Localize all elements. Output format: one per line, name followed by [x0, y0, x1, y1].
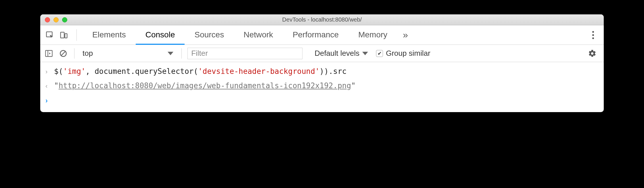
- context-label: top: [83, 49, 93, 58]
- levels-label: Default levels: [315, 49, 359, 58]
- chevron-down-icon: [362, 52, 368, 55]
- console-output-line: ‹ "http://localhost:8080/web/images/web-…: [40, 79, 604, 93]
- traffic-lights: [40, 17, 67, 22]
- svg-rect-2: [65, 34, 67, 38]
- panel-tabs: Elements Console Sources Network Perform…: [83, 25, 414, 45]
- tab-elements[interactable]: Elements: [83, 26, 136, 45]
- svg-line-6: [61, 51, 65, 55]
- checkbox-icon: ✔: [376, 50, 383, 57]
- devtools-window: DevTools - localhost:8080/web/ Elements …: [40, 14, 604, 112]
- tab-console[interactable]: Console: [136, 26, 185, 45]
- kebab-menu-icon[interactable]: [585, 31, 601, 39]
- console-result: "http://localhost:8080/web/images/web-fu…: [54, 80, 356, 92]
- separator: [74, 48, 74, 59]
- window-title: DevTools - localhost:8080/web/: [40, 16, 604, 23]
- tabs-bar: Elements Console Sources Network Perform…: [40, 25, 604, 45]
- chevron-down-icon: [168, 52, 173, 55]
- svg-rect-3: [45, 50, 52, 56]
- console-expression: $('img', document.querySelector('devsite…: [54, 66, 347, 78]
- clear-console-icon[interactable]: [58, 48, 68, 59]
- console-toolbar: top Default levels ✔ Group similar: [40, 45, 604, 62]
- close-button[interactable]: [45, 17, 50, 22]
- prompt-chevron-icon: ›: [45, 94, 54, 106]
- titlebar: DevTools - localhost:8080/web/: [40, 14, 604, 25]
- group-similar-label: Group similar: [386, 49, 430, 58]
- log-levels-selector[interactable]: Default levels: [315, 49, 368, 58]
- device-toolbar-icon[interactable]: [58, 29, 70, 41]
- tab-memory[interactable]: Memory: [348, 26, 397, 45]
- output-chevron-icon: ‹: [45, 80, 54, 91]
- console-output: › $('img', document.querySelector('devsi…: [40, 62, 604, 112]
- minimize-button[interactable]: [53, 17, 59, 22]
- inspect-element-icon[interactable]: [44, 29, 56, 41]
- tab-performance[interactable]: Performance: [283, 26, 348, 45]
- context-selector[interactable]: top: [80, 49, 176, 58]
- more-tabs-icon[interactable]: »: [397, 25, 414, 45]
- filter-input[interactable]: [187, 48, 302, 59]
- tab-network[interactable]: Network: [234, 26, 283, 45]
- zoom-button[interactable]: [62, 17, 67, 22]
- separator: [181, 48, 182, 59]
- input-chevron-icon: ›: [45, 66, 54, 77]
- toggle-sidebar-icon[interactable]: [44, 48, 54, 59]
- separator: [76, 29, 77, 41]
- tab-sources[interactable]: Sources: [185, 26, 234, 45]
- result-url[interactable]: http://localhost:8080/web/images/web-fun…: [59, 81, 351, 90]
- console-settings-icon[interactable]: [587, 48, 597, 59]
- group-similar-toggle[interactable]: ✔ Group similar: [376, 49, 430, 58]
- console-prompt-line[interactable]: ›: [40, 93, 604, 107]
- svg-rect-1: [61, 32, 64, 38]
- console-input-line[interactable]: › $('img', document.querySelector('devsi…: [40, 64, 604, 79]
